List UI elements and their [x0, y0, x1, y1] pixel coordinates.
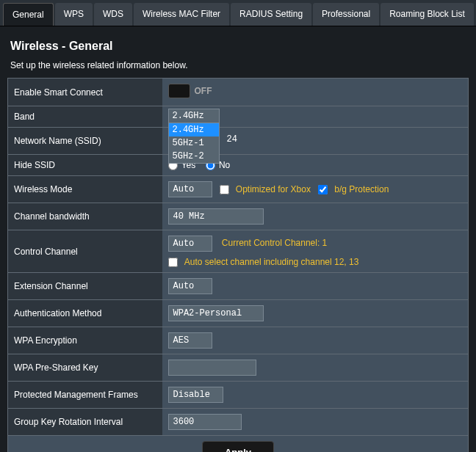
- page-description: Set up the wireless related information …: [7, 57, 469, 78]
- band-option-5ghz-2[interactable]: 5GHz-2: [169, 150, 219, 163]
- tab-wds[interactable]: WDS: [94, 3, 132, 26]
- label-auth-method: Authentication Method: [8, 300, 162, 327]
- tab-radius[interactable]: RADIUS Setting: [231, 3, 311, 26]
- wireless-mode-select[interactable]: Auto: [168, 181, 212, 197]
- wpa-psk-input[interactable]: [168, 360, 256, 376]
- optimized-xbox-checkbox[interactable]: [220, 185, 229, 194]
- label-wpa-encryption: WPA Encryption: [8, 327, 162, 354]
- wpa-encryption-select[interactable]: AES: [168, 332, 212, 349]
- label-wpa-psk: WPA Pre-Shared Key: [8, 354, 162, 382]
- band-option-2-4ghz[interactable]: 2.4GHz: [169, 123, 219, 136]
- bg-protection-checkbox[interactable]: [318, 185, 328, 194]
- tab-general[interactable]: General: [3, 3, 54, 26]
- label-extension-channel: Extension Channel: [8, 273, 162, 300]
- ssid-visible-text: 24: [227, 134, 237, 145]
- tab-wps[interactable]: WPS: [55, 3, 93, 26]
- tab-roaming[interactable]: Roaming Block List: [381, 3, 474, 26]
- channel-bandwidth-select[interactable]: 40 MHz: [168, 208, 264, 225]
- band-select-dropdown[interactable]: 2.4GHz 2.4GHz 5GHz-1 5GHz-2: [168, 109, 220, 164]
- settings-table: Enable Smart Connect OFF Band 2.4GHz 2.4…: [7, 78, 469, 452]
- hide-ssid-no-label: No: [219, 160, 230, 170]
- band-option-5ghz-1[interactable]: 5GHz-1: [169, 136, 219, 150]
- toggle-switch-icon: [168, 84, 190, 98]
- extension-channel-select[interactable]: Auto: [168, 278, 212, 294]
- toggle-state-text: OFF: [195, 86, 212, 96]
- label-group-key-rotation: Group Key Rotation Interval: [8, 409, 162, 436]
- bg-protection-label: b/g Protection: [334, 184, 389, 194]
- control-channel-select[interactable]: Auto: [168, 236, 212, 252]
- label-wireless-mode: Wireless Mode: [8, 176, 162, 203]
- label-control-channel: Control Channel: [8, 230, 162, 273]
- current-control-channel-status: Current Control Channel: 1: [222, 238, 327, 248]
- auto-select-channel-checkbox[interactable]: [168, 258, 178, 267]
- band-select-current[interactable]: 2.4GHz: [169, 109, 219, 123]
- label-ssid: Network Name (SSID): [8, 128, 162, 155]
- group-key-rotation-input[interactable]: [168, 414, 242, 430]
- page-title: Wireless - General: [7, 34, 469, 57]
- auto-select-channel-label: Auto select channel including channel 12…: [184, 257, 359, 267]
- label-channel-bandwidth: Channel bandwidth: [8, 203, 162, 230]
- label-hide-ssid: Hide SSID: [8, 155, 162, 176]
- tab-bar: General WPS WDS Wireless MAC Filter RADI…: [0, 0, 476, 26]
- optimized-xbox-label: Optimized for Xbox: [236, 184, 311, 194]
- smart-connect-toggle[interactable]: OFF: [168, 84, 212, 98]
- tab-professional[interactable]: Professional: [313, 3, 379, 26]
- label-pmf: Protected Management Frames: [8, 382, 162, 409]
- auth-method-select[interactable]: WPA2-Personal: [168, 305, 264, 321]
- label-band: Band: [8, 106, 162, 128]
- apply-button[interactable]: Apply: [202, 441, 274, 452]
- tab-mac-filter[interactable]: Wireless MAC Filter: [134, 3, 229, 26]
- pmf-select[interactable]: Disable: [168, 387, 223, 403]
- label-smart-connect: Enable Smart Connect: [8, 79, 162, 106]
